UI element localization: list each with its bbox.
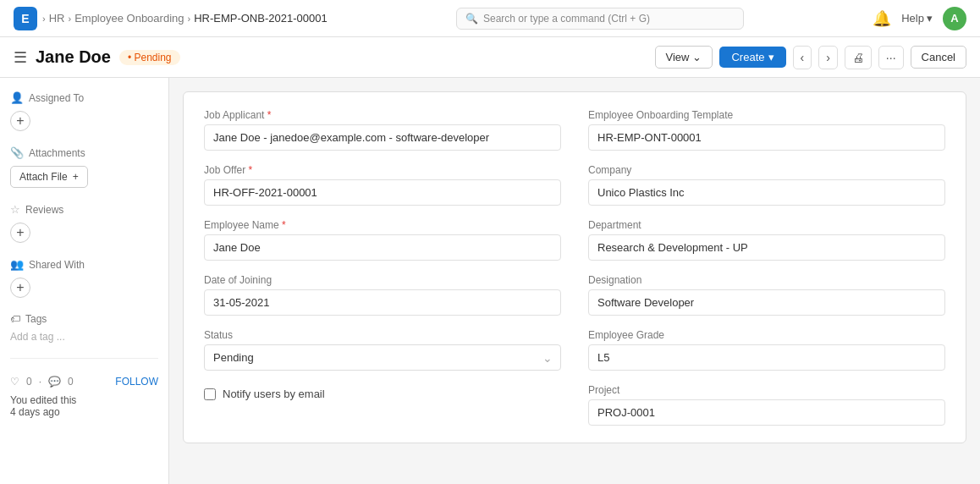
assigned-to-section: 👤 Assigned To + [10, 91, 158, 131]
search-icon: 🔍 [465, 13, 478, 25]
required-marker: * [267, 109, 272, 121]
content-area: Job Applicant * Jane Doe - janedoe@examp… [169, 78, 980, 484]
help-button[interactable]: Help ▾ [901, 12, 933, 25]
notify-field: Notify users by email [204, 384, 561, 426]
employee-grade-field: Employee Grade L5 [588, 329, 945, 371]
nav-left: E › HR › Employee Onboarding › HR-EMP-ON… [14, 7, 328, 30]
project-value[interactable]: PROJ-0001 [588, 399, 945, 426]
employee-name-field: Employee Name * Jane Doe [204, 219, 561, 261]
status-label: Status [204, 329, 561, 341]
attachments-title: 📎 Attachments [10, 146, 158, 159]
sidebar-actions: ♡ 0 · 💬 0 FOLLOW [10, 376, 158, 388]
department-label: Department [588, 219, 945, 231]
reviews-label: Reviews [25, 204, 63, 216]
add-review-button[interactable]: + [10, 223, 30, 243]
date-of-joining-value[interactable]: 31-05-2021 [204, 289, 561, 316]
add-shared-button[interactable]: + [10, 278, 30, 298]
chevron-icon: › [187, 14, 190, 24]
sidebar-bottom: ♡ 0 · 💬 0 FOLLOW You edited this 4 days … [10, 367, 158, 426]
help-chevron-icon: ▾ [927, 12, 933, 25]
sidebar-divider [10, 358, 158, 359]
onboarding-template-field: Employee Onboarding Template HR-EMP-ONT-… [588, 109, 945, 151]
cancel-button[interactable]: Cancel [911, 46, 966, 69]
attachments-label: Attachments [29, 147, 85, 159]
header-left: ☰ Jane Doe • Pending [14, 47, 180, 67]
tags-section: 🏷 Tags Add a tag ... [10, 313, 158, 343]
job-offer-field: Job Offer * HR-OFF-2021-00001 [204, 164, 561, 206]
person-icon: 👤 [10, 91, 24, 104]
shared-with-section: 👥 Shared With + [10, 258, 158, 298]
edited-action: edited this [30, 394, 77, 406]
date-of-joining-field: Date of Joining 31-05-2021 [204, 274, 561, 316]
department-value[interactable]: Research & Development - UP [588, 234, 945, 261]
shared-with-label: Shared With [29, 259, 85, 271]
app-icon[interactable]: E [14, 7, 37, 30]
heart-icon[interactable]: ♡ [10, 376, 19, 388]
shared-with-title: 👥 Shared With [10, 258, 158, 271]
job-offer-label: Job Offer * [204, 164, 561, 176]
create-chevron-icon: ▾ [768, 51, 774, 63]
reviews-title: ☆ Reviews [10, 203, 158, 216]
shared-icon: 👥 [10, 258, 24, 271]
dot-separator: · [39, 376, 41, 388]
top-nav: E › HR › Employee Onboarding › HR-EMP-ON… [0, 0, 980, 37]
reviews-section: ☆ Reviews + [10, 203, 158, 243]
designation-label: Designation [588, 274, 945, 286]
prev-button[interactable]: ‹ [793, 46, 812, 69]
job-applicant-label: Job Applicant * [204, 109, 561, 121]
job-applicant-field: Job Applicant * Jane Doe - janedoe@examp… [204, 109, 561, 151]
search-bar[interactable]: 🔍 Search or type a command (Ctrl + G) [456, 8, 744, 30]
nav-right: 🔔 Help ▾ A [873, 7, 966, 30]
employee-grade-label: Employee Grade [588, 329, 945, 341]
status-field: Status Pending [204, 329, 561, 371]
required-marker: * [248, 164, 252, 176]
onboarding-template-value[interactable]: HR-EMP-ONT-00001 [588, 124, 945, 151]
page-title: Jane Doe [36, 47, 111, 67]
view-label: View [666, 51, 690, 63]
create-label: Create [731, 51, 764, 63]
attach-file-button[interactable]: Attach File + [10, 166, 88, 188]
add-assigned-button[interactable]: + [10, 111, 30, 131]
assigned-to-label: Assigned To [29, 92, 84, 104]
avatar[interactable]: A [943, 7, 966, 30]
designation-field: Designation Software Developer [588, 274, 945, 316]
sidebar: 👤 Assigned To + 📎 Attachments Attach Fil… [0, 78, 169, 484]
comment-icon[interactable]: 💬 [48, 376, 61, 388]
job-offer-value[interactable]: HR-OFF-2021-00001 [204, 179, 561, 206]
follow-button[interactable]: FOLLOW [115, 376, 158, 388]
view-chevron-icon: ⌄ [692, 51, 702, 63]
form-card: Job Applicant * Jane Doe - janedoe@examp… [183, 91, 966, 443]
search-area[interactable]: 🔍 Search or type a command (Ctrl + G) [456, 8, 744, 30]
notification-icon[interactable]: 🔔 [873, 9, 891, 28]
add-tag-placeholder[interactable]: Add a tag ... [10, 331, 65, 343]
employee-grade-value[interactable]: L5 [588, 344, 945, 371]
status-select[interactable]: Pending [204, 344, 561, 371]
notify-checkbox[interactable] [204, 388, 216, 400]
job-applicant-value[interactable]: Jane Doe - janedoe@example.com - softwar… [204, 124, 561, 151]
chevron-icon: › [42, 14, 46, 24]
edited-time: 4 days ago [10, 406, 60, 418]
project-field: Project PROJ-0001 [588, 384, 945, 426]
attachment-icon: 📎 [10, 146, 24, 159]
help-label: Help [901, 12, 924, 25]
notify-row: Notify users by email [204, 388, 561, 400]
view-button[interactable]: View ⌄ [655, 46, 713, 69]
breadcrumb-hr[interactable]: HR [49, 12, 65, 25]
breadcrumb: › HR › Employee Onboarding › HR-EMP-ONB-… [42, 12, 328, 25]
project-label: Project [588, 384, 945, 396]
print-button[interactable]: 🖨 [845, 46, 872, 69]
company-value[interactable]: Unico Plastics Inc [588, 179, 945, 206]
likes-count: 0 [26, 376, 32, 388]
more-button[interactable]: ··· [878, 46, 904, 69]
next-button[interactable]: › [818, 46, 838, 69]
create-button[interactable]: Create ▾ [719, 47, 785, 68]
sidebar-meta: You edited this 4 days ago [10, 394, 158, 418]
company-label: Company [588, 164, 945, 176]
hamburger-icon[interactable]: ☰ [14, 48, 27, 67]
employee-name-label: Employee Name * [204, 219, 561, 231]
attachments-section: 📎 Attachments Attach File + [10, 146, 158, 188]
employee-name-value[interactable]: Jane Doe [204, 234, 561, 261]
designation-value[interactable]: Software Developer [588, 289, 945, 316]
breadcrumb-employee-onboarding[interactable]: Employee Onboarding [74, 12, 184, 25]
assigned-to-title: 👤 Assigned To [10, 91, 158, 104]
